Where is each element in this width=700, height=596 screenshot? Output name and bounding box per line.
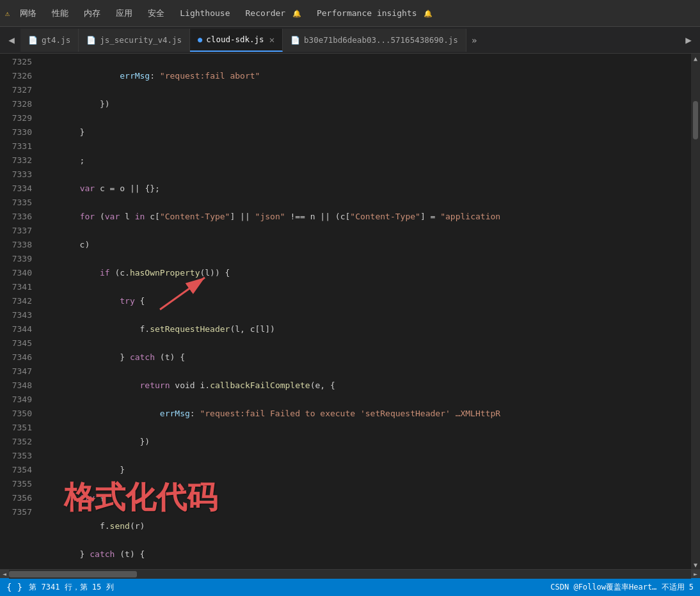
statusbar-user: CSDN @Follow覆盖率Heart… 不适用 5 <box>550 582 694 593</box>
toolbar-lighthouse[interactable]: Lighthouse <box>173 6 236 20</box>
hscroll-track[interactable] <box>9 570 691 579</box>
toolbar: ⚠ 网络 性能 内存 应用 安全 Lighthouse Recorder 🔔 P… <box>0 0 700 27</box>
tab-gt4-label: gt4.js <box>42 35 70 45</box>
tab-cloudsdk-label: cloud-sdk.js <box>206 35 264 44</box>
code-content-area: 7325 7326 7327 7328 7329 7330 7331 7332 … <box>0 54 700 569</box>
hscroll-thumb[interactable] <box>9 571 137 577</box>
toolbar-network[interactable]: 网络 <box>13 5 43 22</box>
perf-insights-bell-icon: 🔔 <box>424 10 433 18</box>
cursor-position: 第 7341 行，第 15 列 <box>29 582 113 593</box>
tab-gt4-icon: 📄 <box>28 36 38 45</box>
toolbar-recorder[interactable]: Recorder 🔔 <box>239 6 308 20</box>
tab-overflow-btn[interactable]: » <box>466 35 482 45</box>
statusbar-left: { } 第 7341 行，第 15 列 <box>6 582 114 593</box>
code-lines[interactable]: errMsg: "request:fail abort" }) } ; var … <box>37 54 691 569</box>
tab-jssecurity-label: js_security_v4.js <box>100 35 182 45</box>
tabs-list: 📄 gt4.js 📄 js_security_v4.js ● cloud-sdk… <box>20 29 680 52</box>
tab-jssecurity-icon: 📄 <box>86 36 96 45</box>
horizontal-scrollbar[interactable]: ◄ ► <box>0 569 700 578</box>
tab-cloudsdk-close[interactable]: ✕ <box>269 35 274 45</box>
tab-b30e-icon: 📄 <box>290 36 300 45</box>
hscroll-right-btn[interactable]: ► <box>691 570 700 579</box>
scroll-up-btn[interactable]: ▲ <box>691 54 700 63</box>
editor-area: 7325 7326 7327 7328 7329 7330 7331 7332 … <box>0 54 700 596</box>
tab-b30e[interactable]: 📄 b30e71bd6deab03...57165438690.js <box>283 29 466 52</box>
toolbar-performance[interactable]: 性能 <box>45 5 75 22</box>
vertical-scrollbar[interactable]: ▲ ▼ <box>691 54 700 569</box>
tab-nav-right[interactable]: ▶ <box>680 31 697 49</box>
scroll-down-btn[interactable]: ▼ <box>691 560 700 569</box>
tab-gt4[interactable]: 📄 gt4.js <box>20 29 79 52</box>
tab-nav-left[interactable]: ◀ <box>3 31 20 49</box>
warning-icon: ⚠ <box>5 9 10 18</box>
json-icon: { } <box>6 582 22 592</box>
toolbar-security[interactable]: 安全 <box>141 5 171 22</box>
scroll-thumb-v[interactable] <box>693 101 698 139</box>
toolbar-memory[interactable]: 内存 <box>77 5 107 22</box>
tab-js-security[interactable]: 📄 js_security_v4.js <box>79 29 190 52</box>
tab-cloud-sdk[interactable]: ● cloud-sdk.js ✕ <box>190 29 283 52</box>
line-numbers: 7325 7326 7327 7328 7329 7330 7331 7332 … <box>0 54 37 569</box>
toolbar-application[interactable]: 应用 <box>109 5 139 22</box>
toolbar-perf-insights[interactable]: Performance insights 🔔 <box>310 6 439 20</box>
statusbar: { } 第 7341 行，第 15 列 CSDN @Follow覆盖率Heart… <box>0 578 700 596</box>
tab-cloudsdk-icon: ● <box>198 35 202 44</box>
tabs-bar: ◀ 📄 gt4.js 📄 js_security_v4.js ● cloud-s… <box>0 27 700 54</box>
recorder-bell-icon: 🔔 <box>292 10 301 18</box>
hscroll-left-btn[interactable]: ◄ <box>0 570 9 579</box>
statusbar-right: CSDN @Follow覆盖率Heart… 不适用 5 <box>550 582 694 593</box>
tab-b30e-label: b30e71bd6deab03...57165438690.js <box>304 35 458 45</box>
